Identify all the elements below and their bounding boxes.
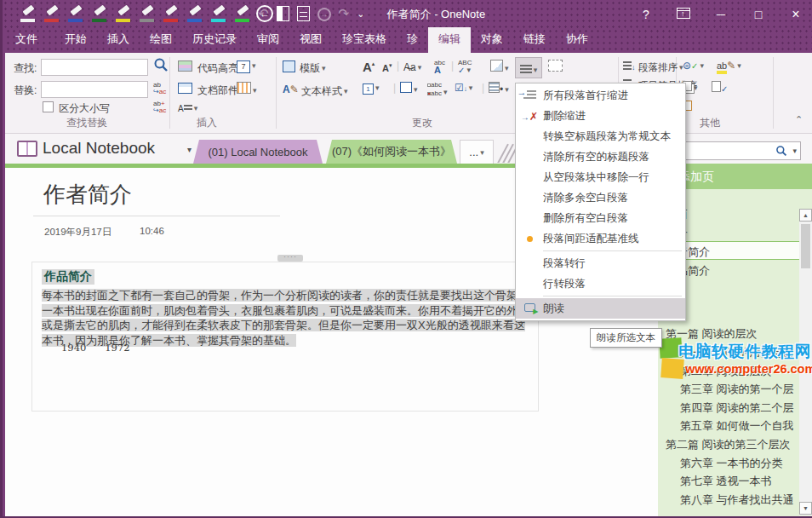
paragraph-tools-button[interactable] xyxy=(515,57,542,78)
ribbon-display-options-button[interactable] xyxy=(665,8,702,21)
menu-item-remove-line-from-empty-block[interactable]: 从空段落块中移除一行 xyxy=(516,167,685,187)
replace-text-icon[interactable]: abcabc xyxy=(427,82,447,97)
tab-gem[interactable]: 珍 xyxy=(397,27,428,53)
collapse-ribbon-icon[interactable]: ⌃ xyxy=(795,114,803,125)
note-body[interactable]: 每本书的封面之下都有一套自己的骨架，作为一个分析阅读的读者，你的责任就是要找出这… xyxy=(42,288,534,348)
section-tab-how-to-read[interactable]: (07)《如何阅读一本书》 xyxy=(326,140,457,164)
highlight-abc-icon[interactable]: ab✎ xyxy=(717,60,741,72)
list-view-icon[interactable] xyxy=(297,6,310,21)
page-item[interactable]: 第八章 与作者找出共通 xyxy=(680,492,794,508)
close-button[interactable]: × xyxy=(777,7,812,22)
document-parts-button[interactable]: 文档部件 xyxy=(197,83,238,98)
pen-red-icon[interactable] xyxy=(42,4,62,25)
help-button[interactable]: ? xyxy=(627,8,665,21)
scrollbar-thumb[interactable] xyxy=(801,224,810,268)
line-style-icon[interactable]: A xyxy=(178,102,197,114)
text-style-button[interactable]: 文本样式 xyxy=(301,84,348,99)
page-item[interactable]: 第七章 透视一本书 xyxy=(680,474,772,489)
insert-table-icon[interactable] xyxy=(237,82,257,96)
template-icon[interactable] xyxy=(283,60,295,75)
page-item[interactable]: 第四章 阅读的第二个层 xyxy=(680,400,794,416)
translate-icon[interactable] xyxy=(490,60,509,74)
tab-file[interactable]: 文件 xyxy=(5,27,48,53)
pen-darkgreen-icon[interactable] xyxy=(89,4,110,25)
pen-white-icon[interactable] xyxy=(18,4,38,25)
border-icon[interactable] xyxy=(400,82,418,95)
page-item[interactable]: 第五章 如何做一个自我 xyxy=(680,418,794,434)
menu-item-delete-all-blank-paragraphs[interactable]: 删除所有空白段落 xyxy=(516,208,685,228)
tab-review[interactable]: 审阅 xyxy=(247,27,289,53)
doc-check-icon[interactable]: ✓ xyxy=(712,81,728,95)
page-view-icon[interactable] xyxy=(277,6,289,21)
calendar-7-icon[interactable]: 7 xyxy=(237,60,256,73)
replace-input[interactable] xyxy=(41,81,148,98)
checkbox-move-icon[interactable]: ☑↓ xyxy=(455,82,472,94)
menu-item-convert-empty-heading[interactable]: 转换空标题段落为常规文本 xyxy=(516,126,685,147)
tab-gem-table[interactable]: 珍宝表格 xyxy=(332,27,397,53)
more-sections-button[interactable]: ... xyxy=(460,140,494,164)
grow-font-icon[interactable]: A▴ xyxy=(363,60,375,74)
dashed-box-icon[interactable] xyxy=(548,60,563,74)
menu-item-paragraph-to-line[interactable]: 段落转行 xyxy=(516,253,685,273)
menu-item-spacing-fit-baseline[interactable]: 段落间距适配基准线 xyxy=(516,228,685,249)
page-item[interactable]: 第六章 一本书的分类 xyxy=(680,456,783,471)
note-drag-handle[interactable]: ···· xyxy=(277,255,303,262)
pen-yellow-icon[interactable] xyxy=(113,4,134,25)
pen-cyan-icon[interactable] xyxy=(209,4,229,25)
redo-icon[interactable]: ↷ xyxy=(339,4,350,23)
maximize-button[interactable]: □ xyxy=(740,8,777,21)
notebook-dropdown-icon[interactable]: ▾ xyxy=(187,145,192,154)
qat-customize-icon[interactable]: ⌄ xyxy=(357,4,364,23)
tab-collaborate[interactable]: 协作 xyxy=(556,27,598,53)
tab-history[interactable]: 历史记录 xyxy=(182,27,247,53)
page-title[interactable]: 作者简介 xyxy=(43,180,132,210)
shrink-font-icon[interactable]: A▾ xyxy=(382,62,392,73)
tab-view[interactable]: 视图 xyxy=(289,27,332,53)
paragraph-sort-button[interactable]: 段落排序 xyxy=(638,61,683,74)
search-icon[interactable] xyxy=(153,57,169,72)
match-case-checkbox[interactable] xyxy=(43,101,54,112)
replace-all-icon[interactable]: ab+↪ac xyxy=(153,101,166,114)
tab-home[interactable]: 开始 xyxy=(54,27,97,53)
scroll-up-icon[interactable]: ▲ xyxy=(799,209,812,222)
code-highlight-button[interactable]: 代码高亮 xyxy=(197,61,238,76)
tab-object[interactable]: 对象 xyxy=(471,27,513,53)
scroll-down-icon[interactable]: ▼ xyxy=(799,502,812,515)
web-check-icon[interactable]: ⊜✓ xyxy=(683,60,704,72)
note-container[interactable]: ···· 作品简介 每本书的封面之下都有一套自己的骨架，作为一个分析阅读的读者，… xyxy=(31,262,539,412)
tab-links[interactable]: 链接 xyxy=(513,27,556,53)
menu-item-clear-extra-blank-paragraphs[interactable]: 清除多余空白段落 xyxy=(516,187,685,208)
menu-item-clear-empty-headings[interactable]: 清除所有空的标题段落 xyxy=(516,147,685,167)
minimize-button[interactable]: ─ xyxy=(702,8,740,21)
tab-edit[interactable]: 编辑 xyxy=(428,27,471,53)
code-highlight-icon[interactable] xyxy=(178,60,192,74)
pen-red2-icon[interactable] xyxy=(161,4,181,25)
template-button[interactable]: 模版 xyxy=(300,61,326,76)
document-parts-icon[interactable] xyxy=(178,83,192,96)
menu-item-read-aloud[interactable]: 朗读 xyxy=(516,298,685,319)
pen-gray-icon[interactable] xyxy=(137,4,157,25)
forward-icon[interactable]: → xyxy=(317,8,331,21)
paragraph-sort-icon[interactable]: ↓ xyxy=(623,60,636,72)
menu-item-indent-all-paragraphs[interactable]: 所有段落首行缩进 xyxy=(516,85,685,106)
page-item[interactable]: 第三章 阅读的第一个层 xyxy=(680,382,794,397)
tab-draw[interactable]: 绘图 xyxy=(140,27,182,53)
spellcheck-icon[interactable]: ABC✓ xyxy=(458,60,472,75)
section-tab-local-notebook[interactable]: (01) Local Notebook xyxy=(193,140,323,164)
page-item[interactable]: 第二篇 阅读的第三个层次 xyxy=(666,437,791,452)
clear-format-icon[interactable]: abcA xyxy=(434,60,445,75)
notebook-selector[interactable]: Local Notebook xyxy=(43,139,155,158)
search-scope-dropdown-icon[interactable]: ▾ xyxy=(792,147,797,155)
bullet-box-icon[interactable]: • xyxy=(489,82,509,95)
search-icon[interactable] xyxy=(775,145,787,157)
menu-item-remove-indent[interactable]: →✗删除缩进 xyxy=(516,106,685,126)
find-input[interactable] xyxy=(41,59,148,76)
change-case-icon[interactable]: A̶a xyxy=(403,61,421,73)
undo-icon[interactable]: ↶ xyxy=(258,4,269,23)
replace-icon[interactable]: ab↪ac xyxy=(153,82,166,95)
numbering-icon[interactable]: 1 xyxy=(363,82,380,95)
menu-item-line-to-paragraph[interactable]: 行转段落 xyxy=(516,273,685,294)
pen-green-icon[interactable] xyxy=(232,4,253,25)
pen-blue-icon[interactable] xyxy=(66,4,86,25)
tab-insert[interactable]: 插入 xyxy=(97,27,140,53)
